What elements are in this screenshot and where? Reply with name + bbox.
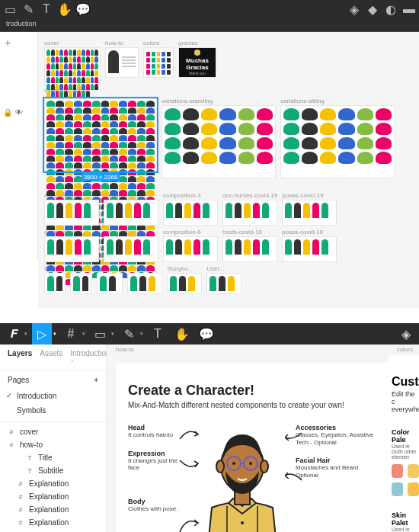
page-selector[interactable]: Introduction ⌃ — [70, 349, 110, 366]
component-icon[interactable]: ◆ — [367, 4, 378, 14]
svg-point-11 — [249, 462, 252, 465]
pen-tool-icon[interactable]: ✎ — [119, 323, 139, 345]
layer-item[interactable]: #how-to — [0, 438, 106, 451]
layer-item[interactable]: #Explanation — [0, 477, 106, 490]
side-panel: + 🔒 👁 — [0, 32, 38, 261]
layer-type-icon: # — [17, 506, 24, 514]
layer-name: Explanation — [29, 518, 69, 527]
colors-frame[interactable]: Custo Edit the c everywhe Color Pale Use… — [389, 355, 419, 532]
color-swatch[interactable] — [408, 482, 419, 496]
dimensions-badge: 3800 × 2268 — [82, 173, 120, 181]
svg-point-5 — [216, 460, 224, 473]
layer-item[interactable]: #cover — [0, 425, 106, 438]
thumb-how-to[interactable]: how-to — [105, 40, 139, 78]
mask-icon[interactable]: ◐ — [385, 4, 396, 14]
arrow-icon — [178, 424, 200, 447]
color-swatch[interactable] — [408, 464, 419, 478]
add-page-icon[interactable]: + — [0, 32, 37, 53]
hand-tool-icon[interactable]: ✋ — [59, 4, 70, 14]
canvas-lower[interactable]: how-to colors Create a Character! Mix-An… — [107, 345, 419, 532]
layer-item[interactable]: #Explanation — [0, 529, 106, 532]
boolean-icon[interactable]: ▬ — [404, 4, 414, 14]
arrow-icon — [178, 457, 200, 476]
thumb-composition-6[interactable]: composition-6 — [163, 229, 218, 262]
layer-item[interactable]: #Explanation — [0, 490, 106, 503]
layer-type-icon: # — [17, 519, 24, 527]
layer-item[interactable]: #Explanation — [0, 516, 106, 529]
thumb-label: busts-covid-19 — [222, 229, 277, 236]
layer-name: Explanation — [29, 479, 69, 488]
figma-menu-icon[interactable]: 𝙁 — [3, 323, 23, 345]
thumb-label: variations-standing — [162, 98, 276, 104]
thumb-variations-sitting[interactable]: variations-sitting — [280, 98, 395, 178]
tab-assets[interactable]: Assets — [40, 349, 62, 366]
tab-introduction[interactable]: troduction — [0, 18, 43, 31]
add-page-icon[interactable]: + — [94, 376, 98, 384]
shape-tool-icon[interactable]: ▭ — [90, 323, 110, 345]
layer-type-icon: T — [26, 454, 34, 462]
thumb-poses-covid-19[interactable]: poses-covid-19 — [282, 192, 337, 226]
toolbar-lower: 𝙁▾ ▷▾ #▾ ▭▾ ✎▾ T ✋ 💬 ◈ — [0, 323, 419, 345]
thumb-cover[interactable]: covervariations-busts — [44, 40, 101, 95]
share-icon[interactable]: ◈ — [349, 4, 360, 14]
thumb-label: composition-3 — [163, 192, 218, 199]
frame-tool-icon[interactable]: ▭ — [5, 4, 15, 14]
frame-tool-icon[interactable]: # — [61, 323, 81, 345]
hand-tool-icon[interactable]: ✋ — [172, 323, 192, 345]
comment-tool-icon[interactable]: 💬 — [197, 323, 216, 345]
lock-icon[interactable]: 🔒 — [3, 108, 12, 117]
arrow-icon — [285, 470, 303, 485]
color-swatch[interactable] — [392, 482, 403, 496]
page-item-symbols[interactable]: Symbols — [0, 403, 106, 418]
pen-tool-icon[interactable]: ✎ — [23, 4, 34, 14]
layer-name: Subtitle — [38, 466, 63, 475]
layer-item[interactable]: TTitle — [0, 451, 106, 464]
thumb-Storybo...[interactable]: Storybo... — [167, 265, 202, 294]
thumb-variations-standing[interactable]: variations-standing — [162, 98, 276, 178]
layer-item[interactable]: TSubtitle — [0, 464, 106, 477]
frame-label-howto[interactable]: how-to — [116, 346, 134, 353]
thumb-doc-nurses-covid-19[interactable]: doc-nurses-covid-19 — [222, 192, 277, 226]
howto-frame[interactable]: Create a Character! Mix-And-Match differ… — [116, 363, 419, 532]
thumb-label: poses-covid-10 — [282, 229, 337, 236]
top-toolbar: ▭ ✎ T ✋ 💬 ◈ ◆ ◐ ▬ — [0, 0, 419, 18]
frame-label-colors[interactable]: colors — [397, 346, 413, 353]
layer-type-icon: # — [8, 441, 15, 449]
thumb-label: Storybo... — [167, 265, 202, 272]
thumb-composition-3[interactable]: composition-3 — [163, 192, 218, 226]
character-illustration — [197, 424, 288, 532]
text-tool-icon[interactable]: T — [41, 4, 52, 14]
arrow-icon — [178, 514, 200, 532]
layer-name: Explanation — [29, 492, 69, 501]
canvas-upper[interactable]: covervariations-bustshow-tocolorsgracias… — [38, 32, 419, 308]
tab-strip: troduction — [0, 18, 419, 32]
text-tool-icon[interactable]: T — [148, 323, 168, 345]
thumb-frame[interactable]: 3800 × 2268 — [44, 98, 157, 171]
anno-accessories: AccessoriesGlasses, Eyepatch, Assistive … — [296, 424, 379, 446]
layer-type-icon: # — [17, 493, 24, 501]
svg-point-6 — [261, 460, 268, 473]
thumb-User...[interactable]: User... — [206, 265, 241, 294]
tab-layers[interactable]: Layers — [8, 349, 32, 366]
custom-title: Custo — [392, 375, 419, 389]
thumb-label: cover — [44, 40, 101, 46]
svg-point-0 — [241, 521, 244, 524]
skin-palette-header: Skin Palet — [392, 511, 419, 527]
thumb-colors[interactable]: colors — [143, 40, 174, 78]
thumb-label: colors — [143, 40, 174, 46]
move-tool-icon[interactable]: ▷ — [32, 323, 52, 345]
color-swatch[interactable] — [392, 464, 403, 478]
create-subtitle: Mix-And-Match different nested component… — [128, 400, 407, 410]
layer-item[interactable]: #Explanation — [0, 503, 106, 516]
eye-icon[interactable]: 👁 — [15, 108, 23, 117]
thumb-busts-covid-19[interactable]: busts-covid-19 — [222, 229, 277, 262]
page-item-introduction[interactable]: Introduction — [0, 389, 106, 403]
thumb-label: User... — [206, 265, 241, 272]
layer-name: Title — [38, 453, 53, 462]
thumb-poses-covid-10[interactable]: poses-covid-10 — [282, 229, 337, 262]
thumb-gracias[interactable]: graciasMuchas Graciasthank you — [178, 40, 216, 78]
comment-tool-icon[interactable]: 💬 — [78, 4, 88, 14]
layer-name: how-to — [20, 441, 43, 449]
layer-type-icon: T — [26, 467, 34, 475]
component-icon[interactable]: ◈ — [396, 323, 416, 345]
